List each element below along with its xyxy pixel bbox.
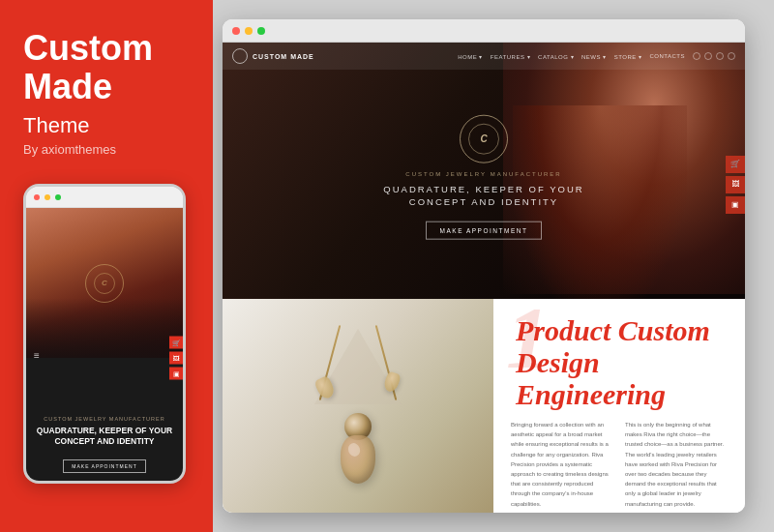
- product-col-1: Bringing forward a collection with an ae…: [511, 420, 613, 509]
- mobile-dot-yellow: [45, 194, 50, 200]
- product-text-1: Bringing forward a collection with an ae…: [511, 420, 613, 509]
- mobile-cart-icon[interactable]: 🛒: [169, 337, 183, 349]
- product-title-wrap: 1 Product Custom Design Engineering: [511, 314, 728, 410]
- site-logo-area: CUSTOM MADE: [232, 48, 314, 64]
- nav-link-features[interactable]: FEATURES ▾: [491, 53, 530, 60]
- text-section: 1 Product Custom Design Engineering Brin…: [493, 299, 745, 513]
- mobile-image-icon[interactable]: 🖼: [169, 352, 183, 365]
- hero-emblem: C: [460, 114, 508, 163]
- nav-link-contacts[interactable]: CONTACTS: [649, 53, 685, 59]
- left-panel: Custom Made Theme By axiomthemes C ≡ CUS…: [0, 0, 213, 532]
- mobile-mockup: C ≡ CUSTOM JEWELRY MANUFACTURER QUADRATU…: [23, 184, 186, 484]
- hero-cart-icon[interactable]: 🛒: [726, 156, 745, 173]
- nav-link-home[interactable]: HOME ▾: [458, 53, 483, 60]
- mobile-dot-green: [55, 194, 61, 200]
- mobile-emblem-letter: C: [94, 273, 115, 294]
- mobile-content: C ≡ CUSTOM JEWELRY MANUFACTURER QUADRATU…: [26, 208, 183, 481]
- nav-link-catalog[interactable]: CATALOG ▾: [538, 53, 574, 60]
- mobile-menu-icon[interactable]: ▣: [169, 368, 183, 380]
- brand-by: By axiomthemes: [23, 142, 116, 157]
- hero-main-title: QUADRATURE, KEEPER OF YOUR CONCEPT AND I…: [353, 182, 614, 208]
- pendant: [341, 413, 375, 484]
- desktop-content: CUSTOM MADE HOME ▾ FEATURES ▾ CATALOG ▾ …: [223, 43, 745, 513]
- right-panel: CUSTOM MADE HOME ▾ FEATURES ▾ CATALOG ▾ …: [213, 0, 774, 532]
- mobile-nav: ≡: [26, 350, 183, 361]
- mobile-photo-area: C: [26, 208, 183, 358]
- hamburger-icon[interactable]: ≡: [34, 350, 40, 361]
- product-col-2: This is only the beginning of what makes…: [625, 420, 728, 509]
- brand-title: Custom Made: [23, 29, 153, 105]
- necklace-visual: [300, 319, 416, 493]
- product-body-cols: Bringing forward a collection with an ae…: [511, 420, 728, 509]
- mobile-lower-content: CUSTOM JEWELRY MANUFACTURER QUADRATURE, …: [26, 408, 183, 481]
- hero-menu-icon[interactable]: ▣: [726, 196, 745, 214]
- jewelry-background: [223, 299, 493, 513]
- site-logo-icon: [232, 48, 248, 64]
- nav-link-news[interactable]: NEWS ▾: [581, 53, 607, 60]
- mobile-cta-button[interactable]: MAKE APPOINTMENT: [63, 459, 145, 473]
- social-icon-p[interactable]: [728, 52, 735, 60]
- product-text-2: This is only the beginning of what makes…: [625, 420, 728, 509]
- desktop-mockup: CUSTOM MADE HOME ▾ FEATURES ▾ CATALOG ▾ …: [223, 19, 745, 513]
- social-icon-t[interactable]: [704, 52, 712, 60]
- nav-link-store[interactable]: STORE ▾: [614, 53, 642, 60]
- brand-subtitle: Theme: [23, 113, 89, 138]
- desktop-lower: 1 Product Custom Design Engineering Brin…: [223, 299, 745, 513]
- hero-side-bar: 🛒 🖼 ▣: [726, 70, 745, 299]
- mobile-tagline-small: CUSTOM JEWELRY MANUFACTURER: [34, 416, 175, 422]
- hero-image-icon[interactable]: 🖼: [726, 176, 745, 193]
- mobile-tagline-large: QUADRATURE, KEEPER OF YOUR CONCEPT AND I…: [34, 426, 175, 447]
- mobile-chain-emblem: C: [85, 264, 124, 303]
- pendant-bottom-stone: [341, 435, 375, 484]
- desktop-dot-yellow: [245, 27, 253, 35]
- hero-sub-title: CUSTOM JEWELRY MANUFACTURER: [353, 170, 614, 176]
- hero-emblem-letter: C: [468, 123, 499, 154]
- desktop-top-bar: [223, 19, 745, 43]
- desktop-dot-green: [257, 27, 265, 35]
- site-nav-social: [693, 52, 735, 60]
- social-icon-g[interactable]: [716, 52, 724, 60]
- mobile-top-bar: [26, 187, 183, 208]
- hero-cta-button[interactable]: MAKE APPOINTMENT: [426, 222, 543, 240]
- mobile-side-icons: 🛒 🖼 ▣: [169, 337, 183, 380]
- jewelry-photo: [223, 299, 493, 513]
- hero-center: C CUSTOM JEWELRY MANUFACTURER QUADRATURE…: [353, 114, 614, 240]
- site-nav-links: HOME ▾ FEATURES ▾ CATALOG ▾ NEWS ▾ STORE…: [458, 53, 685, 60]
- social-icon-f[interactable]: [693, 52, 700, 60]
- site-logo-text: CUSTOM MADE: [253, 53, 314, 60]
- product-title: Product Custom Design Engineering: [516, 314, 728, 410]
- desktop-dot-red: [232, 27, 240, 35]
- site-nav: CUSTOM MADE HOME ▾ FEATURES ▾ CATALOG ▾ …: [223, 43, 745, 70]
- mobile-dot-red: [34, 194, 40, 200]
- desktop-hero: CUSTOM MADE HOME ▾ FEATURES ▾ CATALOG ▾ …: [223, 43, 745, 299]
